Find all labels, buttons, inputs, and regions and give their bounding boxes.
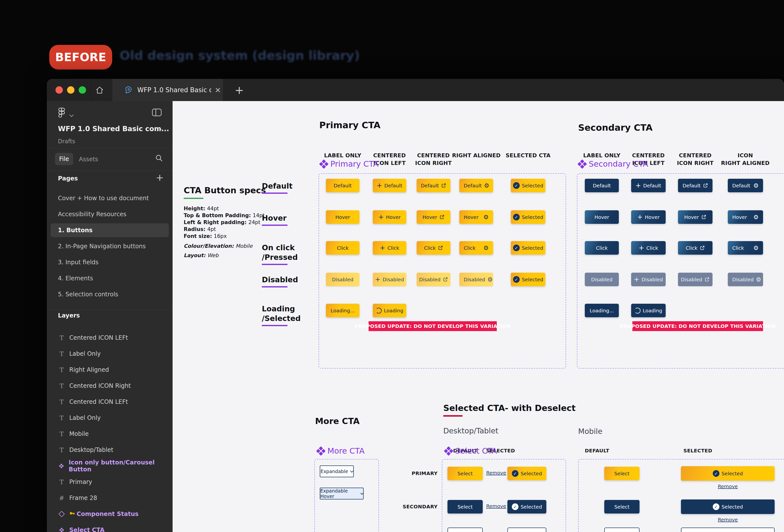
desktop-secondary-selected-button[interactable]: ✓ Selected	[507, 500, 546, 513]
cut-off-button[interactable]	[447, 528, 483, 532]
column-header-line: LABEL ONLY	[324, 151, 361, 159]
yellow-click-selected-button[interactable]: ✓Selected	[511, 241, 545, 255]
navy-disabled-disabled-button[interactable]: Disabled	[678, 273, 712, 286]
yellow-default-default-button[interactable]: Default⚙	[459, 179, 493, 192]
yellow-default-default-button[interactable]: Default	[326, 179, 360, 192]
layer-row-primary[interactable]: TPrimary	[51, 475, 171, 489]
browser-tab[interactable]: WFP 1.0 Shared Basic componen ×	[112, 79, 223, 101]
yellow-default-default-button[interactable]: Default	[417, 179, 450, 192]
figma-canvas[interactable]: Primary CTA Secondary CTA CTA Button spe…	[173, 101, 784, 532]
yellow-default-default-button[interactable]: +Default	[373, 179, 406, 192]
yellow-click-click-button[interactable]: Click	[326, 241, 360, 255]
mobile-secondary-remove-link[interactable]: Remove	[681, 517, 775, 523]
expandable-button[interactable]: Expandable	[320, 466, 354, 477]
document-title[interactable]: WFP 1.0 Shared Basic com...	[58, 125, 169, 133]
mobile-secondary-select-button[interactable]: Select	[604, 500, 640, 513]
sidebar-page-4-elements[interactable]: 4. Elements	[51, 272, 169, 285]
navy-default-default-button[interactable]: +Default	[631, 179, 666, 192]
navy-hover-hover-button[interactable]: Hover	[585, 210, 619, 224]
yellow-hover-hover-button[interactable]: +Hover	[373, 210, 406, 224]
yellow-hover-selected-button[interactable]: ✓Selected	[511, 210, 545, 224]
desktop-primary-selected-button[interactable]: ✓ Selected	[507, 467, 546, 480]
yellow-disabled-disabled-button[interactable]: Disabled⚙	[459, 273, 493, 286]
navy-click-click-button[interactable]: +Click	[631, 241, 666, 255]
sidebar-page-3-input-fields[interactable]: 3. Input fields	[51, 255, 169, 269]
tab-assets[interactable]: Assets	[79, 156, 98, 163]
expandable-hover-button[interactable]: Expandable Hover	[320, 487, 364, 500]
select-cta-component-label[interactable]: Select CTA	[445, 446, 497, 455]
yellow-click-click-button[interactable]: Click	[417, 241, 450, 255]
layer-row-centered-icon-left[interactable]: TCentered ICON LEFt	[51, 330, 171, 345]
desktop-secondary-select-button[interactable]: Select	[447, 500, 483, 513]
tab-file[interactable]: File	[55, 153, 73, 165]
layer-row-frame-28[interactable]: #Frame 28	[51, 491, 171, 505]
mobile-primary-remove-link[interactable]: Remove	[681, 483, 775, 489]
desktop-primary-remove-link[interactable]: Remove	[486, 470, 506, 476]
yellow-loading-loading--button[interactable]: Loading...	[326, 304, 360, 317]
sidebar-page-5-selection-controls[interactable]: 5. Selection controls	[51, 287, 169, 301]
layer-row-centered-icon-left[interactable]: TCentered ICON LEFt	[51, 394, 171, 409]
primary-cta-frame	[318, 173, 566, 368]
secondary-component-label[interactable]: Secondary CTA	[579, 159, 648, 169]
navy-disabled-disabled-button[interactable]: Disabled	[585, 273, 619, 286]
navy-loading-loading-button[interactable]: Loading	[631, 304, 666, 317]
more-cta-component-label[interactable]: More CTA	[317, 446, 365, 455]
layer-row-label-only[interactable]: TLabel Only	[51, 346, 171, 361]
yellow-loading-loading-button[interactable]: Loading	[373, 304, 406, 317]
yellow-disabled-disabled-button[interactable]: Disabled	[417, 273, 450, 286]
desktop-secondary-remove-link[interactable]: Remove	[486, 503, 506, 509]
sidebar-page-1-buttons[interactable]: 1. Buttons	[51, 223, 169, 237]
layer-row-right-aligned[interactable]: TRight Aligned	[51, 362, 171, 377]
navy-default-default-button[interactable]: Default	[678, 179, 712, 192]
yellow-hover-hover-button[interactable]: Hover⚙	[459, 210, 493, 224]
home-button[interactable]	[95, 86, 104, 95]
mobile-secondary-selected-button[interactable]: ✓ Selected	[681, 500, 775, 514]
yellow-default-selected-button[interactable]: ✓Selected	[511, 179, 545, 192]
yellow-hover-hover-button[interactable]: Hover	[326, 210, 360, 224]
navy-click-click-button[interactable]: Click	[585, 241, 619, 255]
cut-off-button[interactable]	[681, 528, 775, 532]
toggle-sidebar-icon[interactable]	[152, 109, 162, 117]
chevron-down-icon[interactable]	[69, 113, 74, 117]
navy-hover-hover-button[interactable]: Hover⚙	[728, 210, 763, 224]
navy-default-default-button[interactable]: Default	[585, 179, 619, 192]
cut-off-button[interactable]	[507, 528, 546, 532]
mobile-primary-selected-button[interactable]: ✓ Selected	[681, 466, 775, 481]
navy-hover-hover-button[interactable]: +Hover	[631, 210, 666, 224]
navy-disabled-disabled-button[interactable]: Disabled⚙	[728, 273, 763, 286]
yellow-disabled-disabled-button[interactable]: +Disabled	[373, 273, 406, 286]
sidebar-page-2-in-page-navigation-buttons[interactable]: 2. In-Page Navigation buttons	[51, 240, 169, 253]
add-page-button[interactable]: +	[156, 172, 164, 183]
mobile-primary-select-button[interactable]: Select	[604, 467, 640, 480]
yellow-disabled-disabled-button[interactable]: Disabled	[326, 273, 360, 286]
close-tab-icon[interactable]: ×	[215, 86, 221, 94]
search-icon[interactable]	[155, 154, 163, 163]
new-tab-button[interactable]: +	[235, 84, 244, 96]
sidebar-page-accessibility-resources[interactable]: Accessibility Resources	[51, 207, 169, 221]
minimize-window-button[interactable]	[67, 86, 75, 94]
layer-row-icon-only-button-carousel-button[interactable]: Icon only button/Carousel Button	[51, 458, 171, 473]
desktop-primary-select-button[interactable]: Select	[447, 467, 483, 480]
navy-disabled-disabled-button[interactable]: +Disabled	[631, 273, 666, 286]
layer-row-component-status[interactable]: Component Status	[51, 507, 171, 522]
yellow-disabled-selected-button[interactable]: ✓Selected	[511, 273, 545, 286]
layer-row-mobile[interactable]: TMobile	[51, 426, 171, 441]
layer-row-label-only[interactable]: TLabel Only	[51, 411, 171, 425]
navy-click-click-button[interactable]: Click	[678, 241, 712, 255]
figma-logo-icon[interactable]	[58, 108, 65, 119]
yellow-click-click-button[interactable]: +Click	[373, 241, 406, 255]
maximize-window-button[interactable]	[79, 86, 86, 94]
close-window-button[interactable]	[55, 86, 63, 94]
layer-row-centered-icon-right[interactable]: TCentered ICON Right	[51, 379, 171, 393]
layer-row-desktop-tablet[interactable]: TDesktop/Tablet	[51, 443, 171, 457]
layer-row-select-cta[interactable]: Select CTA	[51, 523, 171, 532]
sidebar-page-cover-how-to-use-document[interactable]: Cover + How to use document	[51, 191, 169, 205]
yellow-hover-hover-button[interactable]: Hover	[417, 210, 450, 224]
navy-hover-hover-button[interactable]: Hover	[678, 210, 712, 224]
navy-loading-loading--button[interactable]: Loading...	[585, 304, 619, 317]
navy-click-click-button[interactable]: Click⚙	[728, 241, 763, 255]
yellow-click-click-button[interactable]: Click⚙	[459, 241, 493, 255]
navy-default-default-button[interactable]: Default⚙	[728, 179, 763, 192]
cut-off-button[interactable]	[604, 528, 640, 532]
primary-component-label[interactable]: Primary CTA	[320, 159, 379, 169]
